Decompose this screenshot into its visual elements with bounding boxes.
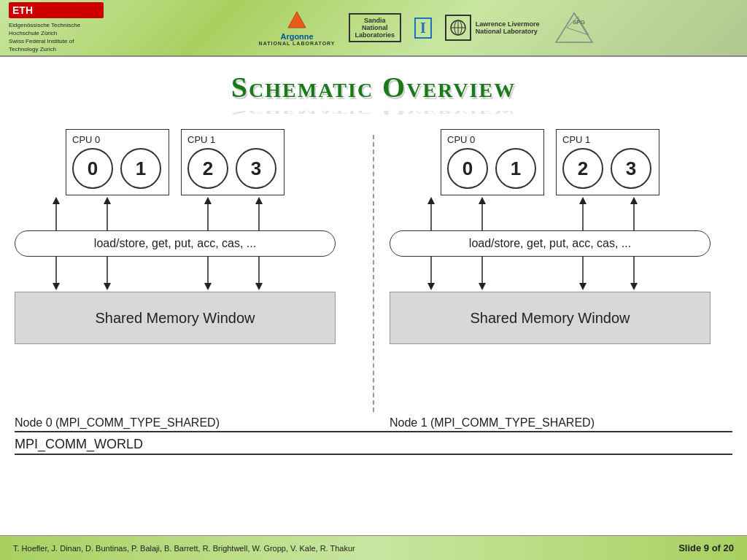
sandia-logo: Sandia National Laboratories: [349, 13, 402, 42]
footer: T. Hoefler, J. Dinan, D. Buntinas, P. Ba…: [0, 535, 747, 560]
node-1-ops-box: load/store, get, put, acc, cas, ...: [390, 230, 711, 257]
svg-marker-31: [630, 197, 638, 204]
node-0-arrows-up: [15, 195, 336, 230]
eth-badge: ETH: [9, 2, 104, 18]
header: ETH Eidgenössische Technische Hochschule…: [0, 0, 747, 57]
node-0-cpu-1-label: CPU 1: [187, 134, 276, 145]
node-0-arrows-down: [15, 257, 336, 292]
node-labels-row: Node 0 (MPI_COMM_TYPE_SHARED) Node 1 (MP…: [15, 412, 732, 432]
node-1-arrows-down: [390, 257, 711, 292]
node-1-cpu-0-label: CPU 0: [447, 134, 536, 145]
node-0-core-3: 3: [236, 148, 276, 189]
llnl-logo: Lawrence Livermore National Laboratory: [445, 15, 540, 41]
node-0-cpu-0-label: CPU 0: [72, 134, 161, 145]
svg-marker-39: [630, 283, 638, 290]
footer-authors: T. Hoefler, J. Dinan, D. Buntinas, P. Ba…: [13, 544, 355, 553]
svg-marker-35: [479, 283, 486, 290]
node-1-section: CPU 0 0 1 CPU 1 2 3: [390, 129, 732, 344]
eth-text: Eidgenössische Technische Hochschule Zür…: [9, 21, 104, 54]
node-0-core-2: 2: [187, 148, 228, 189]
node-1-core-2: 2: [562, 148, 603, 189]
spg-logo: SPG: [552, 9, 596, 46]
svg-marker-5: [556, 13, 592, 42]
nodes-row: CPU 0 0 1 CPU 1 2 3: [15, 123, 732, 412]
llnl-icon: [445, 15, 471, 41]
node-1-core-0: 0: [447, 148, 488, 189]
svg-marker-29: [579, 197, 587, 204]
node-1-cpus-row: CPU 0 0 1 CPU 1 2 3: [441, 129, 659, 195]
node-0-diagram: CPU 0 0 1 CPU 1 2 3: [15, 129, 336, 344]
node-0-cpus-row: CPU 0 0 1 CPU 1 2 3: [66, 129, 285, 195]
svg-marker-33: [427, 283, 435, 290]
eth-logo: ETH Eidgenössische Technische Hochschule…: [9, 2, 104, 54]
node-1-core-3: 3: [611, 148, 651, 189]
argonne-logo: Argonne NATIONAL LABORATORY: [259, 10, 336, 46]
page-title: Schematic Overview: [0, 70, 747, 104]
world-label-row: MPI_COMM_WORLD: [15, 434, 732, 455]
node-0-shared-mem: Shared Memory Window: [15, 292, 336, 344]
node-0-cpu-0: CPU 0 0 1: [66, 129, 169, 195]
node-separator: [373, 135, 374, 412]
title-reflection: Schematic Overview: [0, 111, 747, 115]
partner-logos: Argonne NATIONAL LABORATORY Sandia Natio…: [117, 9, 738, 46]
node-1-shared-mem: Shared Memory Window: [390, 292, 711, 344]
node-1-label: Node 1 (MPI_COMM_TYPE_SHARED): [390, 416, 732, 429]
node-1-cpu-1-cores: 2 3: [562, 148, 651, 189]
node-0-cpu-1-cores: 2 3: [187, 148, 276, 189]
node-1-cpu-0: CPU 0 0 1: [441, 129, 544, 195]
svg-marker-9: [53, 197, 60, 204]
svg-marker-19: [104, 283, 111, 290]
svg-marker-37: [579, 283, 587, 290]
svg-marker-15: [255, 197, 263, 204]
node-1-cpu-0-cores: 0 1: [447, 148, 536, 189]
main-content: CPU 0 0 1 CPU 1 2 3: [0, 123, 747, 535]
svg-marker-21: [204, 283, 212, 290]
node-1-diagram: CPU 0 0 1 CPU 1 2 3: [390, 129, 711, 344]
svg-marker-11: [104, 197, 111, 204]
argonne-icon: [287, 10, 307, 31]
node-0-ops-box: load/store, get, put, acc, cas, ...: [15, 230, 336, 257]
svg-marker-17: [53, 283, 60, 290]
node-1-core-1: 1: [495, 148, 536, 189]
svg-marker-0: [288, 12, 306, 28]
svg-marker-13: [204, 197, 212, 204]
node-0-cpu-0-cores: 0 1: [72, 148, 161, 189]
node-0-core-1: 1: [120, 148, 161, 189]
node-1-cpu-1: CPU 1 2 3: [556, 129, 659, 195]
svg-marker-23: [255, 283, 263, 290]
title-section: Schematic Overview Schematic Overview: [0, 57, 747, 123]
node-0-core-0: 0: [72, 148, 113, 189]
svg-text:SPG: SPG: [573, 19, 585, 26]
svg-marker-27: [479, 197, 486, 204]
node-0-section: CPU 0 0 1 CPU 1 2 3: [15, 129, 357, 344]
world-label: MPI_COMM_WORLD: [15, 437, 732, 452]
footer-slide: Slide 9 of 20: [678, 542, 734, 553]
node-1-arrows-up: [390, 195, 711, 230]
ibm-logo: I: [414, 18, 432, 39]
svg-marker-25: [427, 197, 435, 204]
node-0-label: Node 0 (MPI_COMM_TYPE_SHARED): [15, 416, 357, 429]
node-1-cpu-1-label: CPU 1: [562, 134, 651, 145]
node-0-cpu-1: CPU 1 2 3: [181, 129, 285, 195]
